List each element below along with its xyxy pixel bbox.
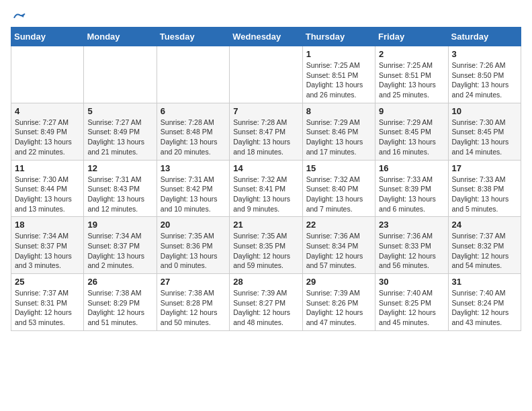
header-saturday: Saturday bbox=[448, 28, 521, 46]
day-number: 24 bbox=[452, 220, 517, 230]
calendar-header-row: Sunday Monday Tuesday Wednesday Thursday… bbox=[11, 28, 521, 46]
calendar-week-row: 18Sunrise: 7:34 AM Sunset: 8:37 PM Dayli… bbox=[11, 217, 521, 274]
day-info: Sunrise: 7:28 AM Sunset: 8:48 PM Dayligh… bbox=[161, 118, 226, 157]
day-number: 11 bbox=[15, 163, 80, 173]
calendar-cell: 14Sunrise: 7:32 AM Sunset: 8:41 PM Dayli… bbox=[230, 160, 302, 217]
day-info: Sunrise: 7:39 AM Sunset: 8:26 PM Dayligh… bbox=[306, 288, 371, 328]
day-info: Sunrise: 7:26 AM Sunset: 8:50 PM Dayligh… bbox=[452, 60, 517, 100]
day-number: 27 bbox=[161, 277, 226, 287]
day-info: Sunrise: 7:33 AM Sunset: 8:39 PM Dayligh… bbox=[379, 175, 444, 214]
day-info: Sunrise: 7:28 AM Sunset: 8:47 PM Dayligh… bbox=[233, 118, 298, 157]
day-info: Sunrise: 7:35 AM Sunset: 8:36 PM Dayligh… bbox=[161, 231, 226, 271]
calendar-cell: 18Sunrise: 7:34 AM Sunset: 8:37 PM Dayli… bbox=[11, 217, 84, 274]
calendar-cell bbox=[157, 46, 229, 103]
day-number: 13 bbox=[161, 163, 226, 173]
day-info: Sunrise: 7:37 AM Sunset: 8:32 PM Dayligh… bbox=[452, 231, 517, 271]
day-info: Sunrise: 7:27 AM Sunset: 8:49 PM Dayligh… bbox=[15, 118, 80, 157]
calendar-cell: 21Sunrise: 7:35 AM Sunset: 8:35 PM Dayli… bbox=[230, 217, 302, 274]
day-number: 9 bbox=[379, 106, 444, 116]
calendar-cell: 10Sunrise: 7:30 AM Sunset: 8:45 PM Dayli… bbox=[448, 103, 521, 160]
calendar-cell: 1Sunrise: 7:25 AM Sunset: 8:51 PM Daylig… bbox=[302, 46, 375, 103]
calendar-cell: 15Sunrise: 7:32 AM Sunset: 8:40 PM Dayli… bbox=[302, 160, 375, 217]
calendar-week-row: 1Sunrise: 7:25 AM Sunset: 8:51 PM Daylig… bbox=[11, 46, 521, 103]
header-sunday: Sunday bbox=[11, 28, 84, 46]
day-number: 23 bbox=[379, 220, 444, 230]
calendar-cell: 5Sunrise: 7:27 AM Sunset: 8:49 PM Daylig… bbox=[84, 103, 157, 160]
calendar-cell: 19Sunrise: 7:34 AM Sunset: 8:37 PM Dayli… bbox=[84, 217, 157, 274]
header-tuesday: Tuesday bbox=[157, 28, 229, 46]
calendar-cell: 20Sunrise: 7:35 AM Sunset: 8:36 PM Dayli… bbox=[157, 217, 229, 274]
calendar-body: 1Sunrise: 7:25 AM Sunset: 8:51 PM Daylig… bbox=[11, 46, 521, 331]
day-info: Sunrise: 7:29 AM Sunset: 8:45 PM Dayligh… bbox=[379, 118, 444, 157]
day-info: Sunrise: 7:38 AM Sunset: 8:28 PM Dayligh… bbox=[161, 288, 226, 328]
day-info: Sunrise: 7:39 AM Sunset: 8:27 PM Dayligh… bbox=[233, 288, 298, 328]
calendar-cell: 6Sunrise: 7:28 AM Sunset: 8:48 PM Daylig… bbox=[157, 103, 229, 160]
calendar-cell: 4Sunrise: 7:27 AM Sunset: 8:49 PM Daylig… bbox=[11, 103, 84, 160]
day-number: 20 bbox=[161, 220, 226, 230]
calendar-cell: 25Sunrise: 7:37 AM Sunset: 8:31 PM Dayli… bbox=[11, 274, 84, 331]
day-info: Sunrise: 7:40 AM Sunset: 8:24 PM Dayligh… bbox=[452, 288, 517, 328]
day-number: 25 bbox=[15, 277, 80, 287]
day-info: Sunrise: 7:30 AM Sunset: 8:45 PM Dayligh… bbox=[452, 118, 517, 157]
calendar-table: Sunday Monday Tuesday Wednesday Thursday… bbox=[11, 27, 521, 331]
calendar-cell: 11Sunrise: 7:30 AM Sunset: 8:44 PM Dayli… bbox=[11, 160, 84, 217]
day-number: 5 bbox=[87, 106, 152, 116]
day-info: Sunrise: 7:36 AM Sunset: 8:33 PM Dayligh… bbox=[379, 231, 444, 271]
day-info: Sunrise: 7:30 AM Sunset: 8:44 PM Dayligh… bbox=[15, 175, 80, 214]
day-number: 22 bbox=[306, 220, 371, 230]
day-number: 28 bbox=[233, 277, 298, 287]
day-info: Sunrise: 7:40 AM Sunset: 8:25 PM Dayligh… bbox=[379, 288, 444, 328]
calendar-cell: 2Sunrise: 7:25 AM Sunset: 8:51 PM Daylig… bbox=[375, 46, 448, 103]
day-number: 30 bbox=[379, 277, 444, 287]
day-info: Sunrise: 7:34 AM Sunset: 8:37 PM Dayligh… bbox=[15, 231, 80, 271]
calendar-cell: 31Sunrise: 7:40 AM Sunset: 8:24 PM Dayli… bbox=[448, 274, 521, 331]
calendar-cell: 9Sunrise: 7:29 AM Sunset: 8:45 PM Daylig… bbox=[375, 103, 448, 160]
day-info: Sunrise: 7:32 AM Sunset: 8:40 PM Dayligh… bbox=[306, 175, 371, 214]
logo-icon bbox=[12, 11, 26, 24]
calendar-cell: 27Sunrise: 7:38 AM Sunset: 8:28 PM Dayli… bbox=[157, 274, 229, 331]
header-wednesday: Wednesday bbox=[230, 28, 302, 46]
day-number: 6 bbox=[161, 106, 226, 116]
day-number: 16 bbox=[379, 163, 444, 173]
calendar-week-row: 25Sunrise: 7:37 AM Sunset: 8:31 PM Dayli… bbox=[11, 274, 521, 331]
day-info: Sunrise: 7:25 AM Sunset: 8:51 PM Dayligh… bbox=[306, 60, 371, 100]
day-info: Sunrise: 7:25 AM Sunset: 8:51 PM Dayligh… bbox=[379, 60, 444, 100]
day-number: 10 bbox=[452, 106, 517, 116]
day-number: 31 bbox=[452, 277, 517, 287]
header-monday: Monday bbox=[84, 28, 157, 46]
day-number: 14 bbox=[233, 163, 298, 173]
calendar-cell: 23Sunrise: 7:36 AM Sunset: 8:33 PM Dayli… bbox=[375, 217, 448, 274]
day-number: 12 bbox=[87, 163, 152, 173]
calendar-cell bbox=[230, 46, 302, 103]
day-info: Sunrise: 7:29 AM Sunset: 8:46 PM Dayligh… bbox=[306, 118, 371, 157]
day-number: 17 bbox=[452, 163, 517, 173]
calendar-cell bbox=[84, 46, 157, 103]
calendar-cell: 30Sunrise: 7:40 AM Sunset: 8:25 PM Dayli… bbox=[375, 274, 448, 331]
calendar-cell: 22Sunrise: 7:36 AM Sunset: 8:34 PM Dayli… bbox=[302, 217, 375, 274]
day-info: Sunrise: 7:35 AM Sunset: 8:35 PM Dayligh… bbox=[233, 231, 298, 271]
day-number: 26 bbox=[87, 277, 152, 287]
day-info: Sunrise: 7:36 AM Sunset: 8:34 PM Dayligh… bbox=[306, 231, 371, 271]
header-thursday: Thursday bbox=[302, 28, 375, 46]
calendar-cell: 13Sunrise: 7:31 AM Sunset: 8:42 PM Dayli… bbox=[157, 160, 229, 217]
logo bbox=[11, 11, 26, 21]
calendar-cell: 12Sunrise: 7:31 AM Sunset: 8:43 PM Dayli… bbox=[84, 160, 157, 217]
calendar-cell: 24Sunrise: 7:37 AM Sunset: 8:32 PM Dayli… bbox=[448, 217, 521, 274]
day-number: 1 bbox=[306, 49, 371, 59]
day-info: Sunrise: 7:34 AM Sunset: 8:37 PM Dayligh… bbox=[87, 231, 152, 271]
day-info: Sunrise: 7:38 AM Sunset: 8:29 PM Dayligh… bbox=[87, 288, 152, 328]
header-friday: Friday bbox=[375, 28, 448, 46]
calendar-week-row: 4Sunrise: 7:27 AM Sunset: 8:49 PM Daylig… bbox=[11, 103, 521, 160]
day-number: 2 bbox=[379, 49, 444, 59]
calendar-cell: 16Sunrise: 7:33 AM Sunset: 8:39 PM Dayli… bbox=[375, 160, 448, 217]
day-number: 7 bbox=[233, 106, 298, 116]
day-info: Sunrise: 7:33 AM Sunset: 8:38 PM Dayligh… bbox=[452, 175, 517, 214]
calendar-cell bbox=[11, 46, 84, 103]
day-info: Sunrise: 7:31 AM Sunset: 8:42 PM Dayligh… bbox=[161, 175, 226, 214]
day-number: 4 bbox=[15, 106, 80, 116]
calendar-cell: 29Sunrise: 7:39 AM Sunset: 8:26 PM Dayli… bbox=[302, 274, 375, 331]
calendar-cell: 3Sunrise: 7:26 AM Sunset: 8:50 PM Daylig… bbox=[448, 46, 521, 103]
day-number: 19 bbox=[87, 220, 152, 230]
day-number: 18 bbox=[15, 220, 80, 230]
calendar-cell: 7Sunrise: 7:28 AM Sunset: 8:47 PM Daylig… bbox=[230, 103, 302, 160]
